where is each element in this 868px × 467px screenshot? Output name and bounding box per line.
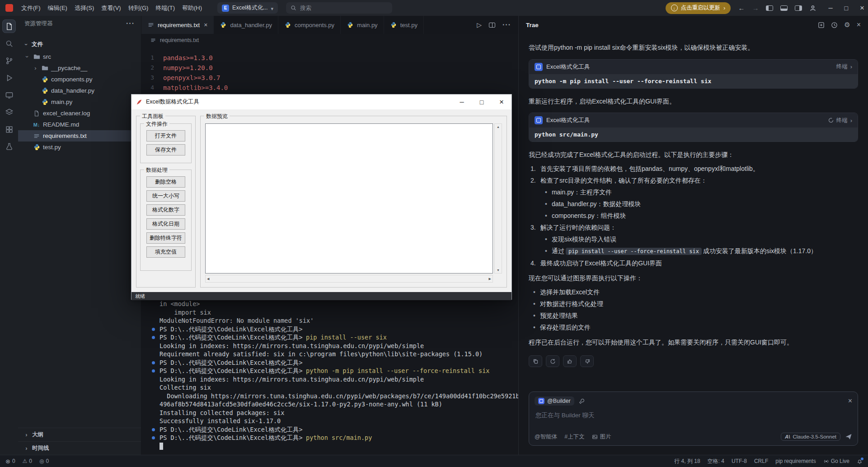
- menu-file[interactable]: 文件(F): [18, 2, 44, 14]
- tab-main-py[interactable]: main.py: [341, 16, 384, 34]
- excel-formatter-dialog[interactable]: Excel数据格式化工具 工具面板 文件操作 打开文件 保存文件 数据处理 删除…: [131, 94, 512, 300]
- menu-selection[interactable]: 选择(S): [71, 2, 98, 14]
- notifications-button[interactable]: [857, 458, 863, 464]
- format-dates-button[interactable]: 格式化日期: [146, 218, 185, 230]
- open-file-button[interactable]: 打开文件: [146, 130, 185, 142]
- model-selector[interactable]: A\ Claude-3.5-Sonnet: [781, 433, 840, 441]
- folder-src[interactable]: src: [18, 51, 141, 62]
- menu-help[interactable]: 帮助(H): [178, 2, 206, 14]
- breadcrumb[interactable]: requirements.txt: [141, 34, 518, 47]
- menu-view[interactable]: 查看(V): [98, 2, 124, 14]
- chat-history-button[interactable]: [831, 22, 838, 28]
- activity-layers-button[interactable]: [2, 105, 16, 119]
- tab-close-button[interactable]: [203, 21, 207, 28]
- go-live-button[interactable]: Go Live: [823, 458, 849, 464]
- card-terminal-link[interactable]: 终端: [828, 117, 852, 124]
- menu-terminal[interactable]: 终端(T): [152, 2, 178, 14]
- update-button[interactable]: 点击重启以更新: [666, 2, 731, 14]
- remove-special-chars-button[interactable]: 删除特殊字符: [146, 232, 185, 244]
- back-button[interactable]: [738, 4, 745, 12]
- folder-pycache[interactable]: __pycache__: [18, 62, 141, 74]
- file-requirements-txt[interactable]: requirements.txt: [18, 130, 141, 142]
- add-context-button[interactable]: #上下文: [564, 433, 584, 441]
- tab-components-py[interactable]: components.py: [278, 16, 341, 34]
- remove-spaces-button[interactable]: 删除空格: [146, 176, 185, 188]
- tab-test-py[interactable]: test.py: [384, 16, 424, 34]
- files-section-header[interactable]: 文件: [18, 38, 141, 50]
- language-mode[interactable]: pip requirements: [775, 458, 816, 464]
- add-image-button[interactable]: 图片: [592, 433, 611, 441]
- file-data-handler-py[interactable]: data_handler.py: [18, 85, 141, 96]
- close-panel-button[interactable]: [857, 21, 861, 29]
- window-minimize-button[interactable]: [828, 5, 832, 11]
- cursor-position[interactable]: 行 4, 列 18: [674, 458, 700, 465]
- terminal-command-card[interactable]: Excel格式化工具 终端 python src/main.py: [529, 113, 858, 142]
- command-decoration-icon[interactable]: [152, 428, 155, 431]
- window-close-button[interactable]: [860, 4, 864, 13]
- unify-case-button[interactable]: 统一大小写: [146, 190, 185, 202]
- explorer-more-button[interactable]: [126, 19, 135, 28]
- integrated-terminal[interactable]: in <module> import six ModuleNotFoundErr…: [141, 295, 518, 455]
- command-decoration-icon[interactable]: [152, 336, 155, 339]
- command-decoration-icon[interactable]: [152, 361, 155, 364]
- forward-button[interactable]: [752, 4, 759, 12]
- error-count[interactable]: 0: [5, 458, 15, 465]
- activity-test-button[interactable]: [2, 140, 16, 153]
- thumbs-up-button[interactable]: [563, 355, 577, 367]
- scroll-up-icon[interactable]: ▲: [497, 125, 500, 128]
- terminal-command-card[interactable]: Excel格式化工具 终端 python -m pip install --us…: [529, 59, 858, 89]
- dialog-titlebar[interactable]: Excel数据格式化工具: [131, 94, 511, 109]
- command-decoration-icon[interactable]: [152, 328, 155, 331]
- file-excel-cleaner-log[interactable]: excel_cleaner.log: [18, 108, 141, 119]
- remove-agent-button[interactable]: [848, 397, 852, 405]
- breadcrumb-item[interactable]: requirements.txt: [160, 37, 199, 43]
- tab-requirements-txt[interactable]: requirements.txt: [141, 16, 214, 34]
- dialog-maximize-button[interactable]: [472, 94, 492, 109]
- file-readme-md[interactable]: M↓ README.md: [18, 119, 141, 130]
- scroll-down-icon[interactable]: ▼: [497, 269, 500, 272]
- timeline-section[interactable]: 时间线: [18, 441, 141, 455]
- activity-source-control-button[interactable]: [2, 54, 16, 67]
- activity-explorer-button[interactable]: [2, 19, 16, 33]
- toggle-rightpanel-button[interactable]: [795, 5, 802, 11]
- file-components-py[interactable]: components.py: [18, 74, 141, 85]
- copy-button[interactable]: [529, 355, 542, 367]
- toggle-sidebar-button[interactable]: [766, 5, 773, 11]
- chat-input-box[interactable]: @Builder @智能体 #上下文 图片: [529, 392, 858, 446]
- command-decoration-icon[interactable]: [152, 369, 155, 373]
- dialog-minimize-button[interactable]: [452, 94, 472, 109]
- format-numbers-button[interactable]: 格式化数字: [146, 204, 185, 216]
- data-preview-area[interactable]: [205, 123, 493, 274]
- warning-count[interactable]: 0: [23, 458, 32, 464]
- code-editor[interactable]: 1 pandas>=1.3.0 2 numpy>=1.20.0 3 openpy…: [141, 47, 518, 93]
- command-decoration-icon[interactable]: [152, 436, 155, 439]
- status-extra-count[interactable]: 0: [39, 458, 49, 464]
- window-maximize-button[interactable]: [845, 5, 848, 12]
- new-chat-button[interactable]: [818, 22, 825, 28]
- scroll-left-icon[interactable]: ◀: [207, 277, 209, 281]
- menu-edit[interactable]: 编辑(E): [44, 2, 71, 14]
- file-test-py[interactable]: test.py: [18, 142, 141, 153]
- toggle-panel-button[interactable]: [780, 5, 788, 11]
- account-button[interactable]: [809, 5, 816, 12]
- chat-input[interactable]: [535, 412, 851, 419]
- fill-empty-button[interactable]: 填充空值: [146, 246, 185, 258]
- split-editor-button[interactable]: [489, 23, 495, 28]
- eol-sequence[interactable]: CRLF: [754, 458, 768, 464]
- menu-go[interactable]: 转到(G): [125, 2, 152, 14]
- vertical-scrollbar[interactable]: ▲ ▼: [494, 123, 502, 274]
- indentation[interactable]: 空格: 4: [708, 458, 724, 465]
- regenerate-button[interactable]: [546, 355, 559, 367]
- project-switcher[interactable]: E Excel格式化...: [217, 2, 278, 14]
- activity-remote-button[interactable]: [2, 88, 16, 102]
- card-terminal-link[interactable]: 终端: [836, 63, 852, 71]
- activity-run-debug-button[interactable]: [2, 71, 16, 85]
- mention-agent-button[interactable]: @智能体: [535, 433, 557, 441]
- scroll-right-icon[interactable]: ▶: [489, 277, 491, 281]
- encoding[interactable]: UTF-8: [732, 458, 747, 464]
- activity-extensions-button[interactable]: [2, 123, 16, 136]
- search-input[interactable]: [300, 5, 388, 11]
- builder-agent-chip[interactable]: @Builder: [535, 396, 574, 406]
- activity-search-button[interactable]: [2, 37, 16, 50]
- send-icon[interactable]: [845, 433, 852, 440]
